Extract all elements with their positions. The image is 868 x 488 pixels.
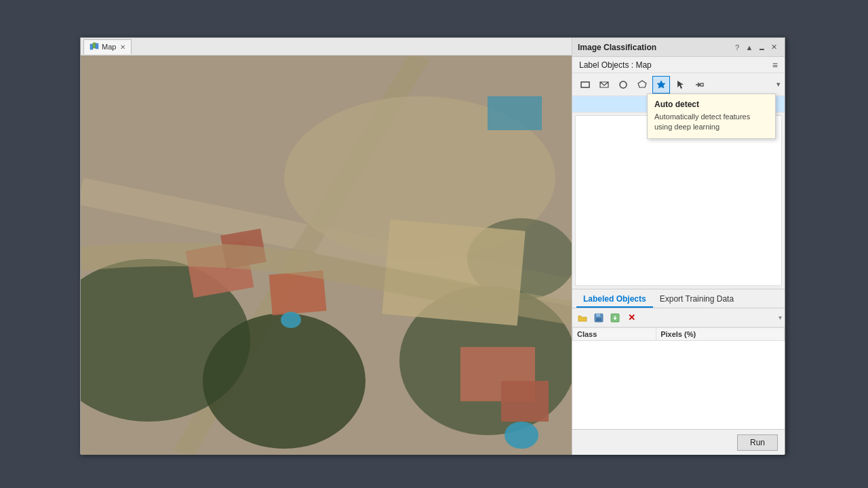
map-tab-icon — [90, 42, 99, 52]
action-icon — [694, 80, 704, 89]
main-drawing-area — [575, 115, 782, 286]
polygon-icon — [637, 80, 647, 89]
open-folder-button[interactable] — [575, 310, 590, 325]
svg-rect-24 — [596, 314, 600, 317]
polygon-tool-button[interactable] — [633, 76, 651, 94]
labeled-tabs: Labeled Objects Export Training Data — [572, 289, 785, 308]
svg-rect-19 — [581, 82, 589, 87]
save-button[interactable] — [591, 310, 606, 325]
map-tab[interactable]: Map ✕ — [83, 39, 132, 54]
desktop: Map ✕ ▾ — [0, 0, 868, 488]
delete-button[interactable]: ✕ — [624, 310, 639, 325]
ic-subtitle: Label Objects : Map — [579, 60, 652, 70]
svg-rect-25 — [596, 318, 601, 321]
select-icon — [675, 80, 685, 89]
pin-button[interactable]: 🗕 — [756, 42, 767, 53]
run-area: Run — [572, 429, 785, 455]
pixels-column-header: Pixels (%) — [656, 328, 785, 341]
envelope-tool-button[interactable] — [595, 76, 613, 94]
svg-marker-21 — [638, 81, 646, 87]
table-area: Class Pixels (%) — [572, 327, 785, 429]
tooltip-description: Automatically detect features using deep… — [654, 112, 768, 133]
action-tool-button[interactable] — [690, 76, 708, 94]
mini-scroll-arrow[interactable]: ▾ — [778, 314, 782, 321]
svg-rect-1 — [93, 43, 96, 48]
svg-rect-22 — [701, 83, 703, 86]
rectangle-icon — [580, 80, 590, 89]
svg-point-20 — [620, 81, 627, 88]
auto-detect-icon — [656, 80, 666, 89]
folder-icon — [578, 313, 587, 323]
envelope-icon — [599, 80, 609, 89]
map-tab-label: Map — [102, 43, 116, 51]
ic-panel-title: Image Classification — [578, 43, 732, 52]
tooltip-title: Auto detect — [654, 100, 768, 109]
circle-icon — [618, 80, 628, 89]
map-area — [81, 56, 573, 455]
save-icon — [594, 313, 604, 323]
ic-menu-button[interactable]: ≡ — [772, 60, 778, 70]
labeled-objects-table: Class Pixels (%) — [572, 327, 785, 341]
rectangle-tool-button[interactable] — [576, 76, 594, 94]
auto-detect-tooltip: Auto detect Automatically detect feature… — [647, 94, 776, 139]
export-button[interactable] — [608, 310, 623, 325]
ic-subtitle-bar: Label Objects : Map ≡ — [572, 57, 785, 73]
help-button[interactable]: ? — [732, 42, 743, 53]
labeled-objects-tab[interactable]: Labeled Objects — [576, 291, 653, 308]
close-panel-button[interactable]: ✕ — [768, 42, 779, 53]
select-tool-button[interactable] — [671, 76, 689, 94]
export-training-tab[interactable]: Export Training Data — [653, 291, 741, 308]
mini-toolbar: ✕ ▾ — [572, 308, 785, 327]
ic-title-buttons: ? ▲ 🗕 ✕ — [732, 42, 779, 53]
map-tab-close[interactable]: ✕ — [120, 43, 125, 51]
circle-tool-button[interactable] — [614, 76, 632, 94]
toolbar-scroll[interactable]: ▾ — [776, 80, 781, 89]
svg-rect-0 — [90, 44, 93, 49]
map-image — [81, 56, 573, 455]
class-column-header: Class — [573, 328, 656, 341]
ic-panel: Image Classification ? ▲ 🗕 ✕ Label Objec… — [572, 38, 785, 455]
run-button[interactable]: Run — [737, 434, 778, 451]
labeled-objects-section: Labeled Objects Export Training Data ✕ — [572, 289, 785, 429]
auto-detect-button[interactable] — [652, 76, 670, 94]
svg-rect-2 — [96, 43, 98, 49]
drawing-toolbar: ▾ Auto detect Automatically detect featu… — [572, 73, 785, 96]
svg-rect-18 — [81, 56, 573, 455]
export-icon — [610, 313, 620, 323]
main-window: Map ✕ ▾ — [80, 37, 785, 454]
ic-titlebar: Image Classification ? ▲ 🗕 ✕ — [572, 38, 785, 57]
collapse-up-button[interactable]: ▲ — [744, 42, 755, 53]
